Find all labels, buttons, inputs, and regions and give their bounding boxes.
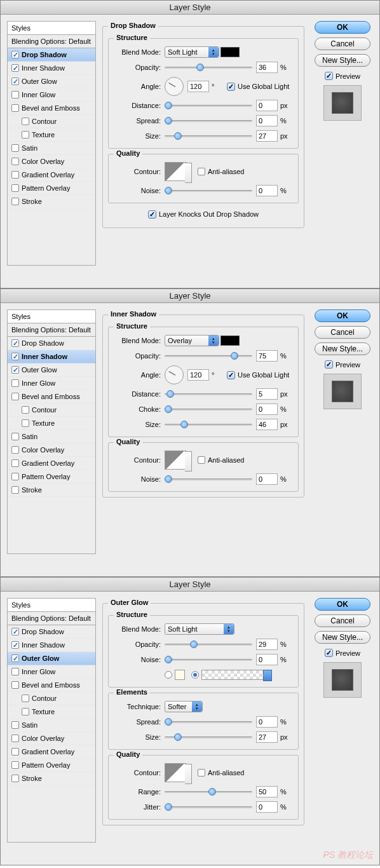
style-item-inner-shadow[interactable]: Inner Shadow [8,62,95,75]
style-item-bevel-and-emboss[interactable]: Bevel and Emboss [8,679,95,692]
style-item-stroke[interactable]: Stroke [8,195,95,208]
style-checkbox[interactable] [11,641,19,649]
style-item-texture[interactable]: Texture [8,128,95,142]
angle-dial[interactable] [165,365,184,384]
style-item-contour[interactable]: Contour [8,692,95,705]
global-light-checkbox[interactable] [227,83,235,91]
value-input[interactable]: 0 [256,185,278,196]
select-dropdown[interactable]: Overlay [165,335,219,346]
blending-options[interactable]: Blending Options: Default [7,612,96,625]
style-checkbox[interactable] [11,171,19,179]
style-item-color-overlay[interactable]: Color Overlay [8,155,95,168]
style-checkbox[interactable] [11,681,19,689]
slider[interactable] [165,419,252,430]
style-checkbox[interactable] [11,91,19,98]
slider[interactable] [165,100,252,111]
slider[interactable] [165,62,252,72]
style-item-inner-shadow[interactable]: Inner Shadow [8,350,95,363]
style-checkbox[interactable] [22,118,29,125]
knocks-out-checkbox[interactable] [148,210,156,219]
style-item-pattern-overlay[interactable]: Pattern Overlay [8,759,95,772]
style-item-outer-glow[interactable]: Outer Glow [8,652,95,665]
blending-options[interactable]: Blending Options: Default [7,323,96,337]
anti-aliased-checkbox[interactable] [198,769,205,776]
style-checkbox[interactable] [11,654,19,662]
style-checkbox[interactable] [11,761,19,769]
style-checkbox[interactable] [22,419,29,427]
style-item-stroke[interactable]: Stroke [8,772,95,785]
slider[interactable] [165,732,252,742]
style-item-satin[interactable]: Satin [8,142,95,155]
style-checkbox[interactable] [11,775,19,782]
value-input[interactable]: 0 [256,115,278,126]
ok-button[interactable]: OK [315,309,370,322]
style-checkbox[interactable] [11,393,19,400]
contour-picker[interactable] [165,763,186,782]
value-input[interactable]: 0 [256,473,278,485]
style-item-outer-glow[interactable]: Outer Glow [8,363,95,377]
style-checkbox[interactable] [11,144,19,152]
anti-aliased-checkbox[interactable] [198,456,205,464]
slider[interactable] [165,131,252,141]
color-swatch[interactable] [221,47,240,57]
style-checkbox[interactable] [11,748,19,756]
style-item-contour[interactable]: Contour [8,115,95,128]
slider[interactable] [165,389,252,399]
style-item-inner-glow[interactable]: Inner Glow [8,665,95,679]
style-item-pattern-overlay[interactable]: Pattern Overlay [8,182,95,195]
preview-toggle[interactable]: Preview [325,360,360,369]
value-input[interactable]: 75 [256,350,278,362]
style-checkbox[interactable] [22,406,29,414]
style-item-stroke[interactable]: Stroke [8,484,95,497]
style-checkbox[interactable] [11,339,19,347]
blending-options[interactable]: Blending Options: Default [7,35,96,48]
style-item-color-overlay[interactable]: Color Overlay [8,732,95,745]
style-checkbox[interactable] [11,459,19,467]
angle-dial[interactable] [165,77,184,96]
cancel-button[interactable]: Cancel [315,37,370,50]
style-checkbox[interactable] [11,158,19,165]
new-style-button[interactable]: New Style... [315,342,370,355]
style-item-satin[interactable]: Satin [8,719,95,732]
slider[interactable] [165,116,252,126]
style-checkbox[interactable] [11,51,19,58]
style-item-bevel-and-emboss[interactable]: Bevel and Emboss [8,390,95,403]
cancel-button[interactable]: Cancel [315,326,370,339]
slider[interactable] [165,787,252,797]
value-input[interactable]: 5 [256,388,278,400]
preview-toggle[interactable]: Preview [325,72,360,80]
style-checkbox[interactable] [11,735,19,742]
style-checkbox[interactable] [11,486,19,494]
value-input[interactable]: 50 [256,786,278,797]
preview-checkbox[interactable] [325,649,333,657]
select-dropdown[interactable]: Softer [165,701,203,712]
style-item-color-overlay[interactable]: Color Overlay [8,444,95,457]
style-checkbox[interactable] [11,628,19,635]
new-style-button[interactable]: New Style... [315,54,370,67]
new-style-button[interactable]: New Style... [315,631,370,644]
style-checkbox[interactable] [11,64,19,72]
slider[interactable] [165,717,252,727]
slider[interactable] [165,639,252,649]
style-checkbox[interactable] [11,78,19,85]
ok-button[interactable]: OK [315,21,370,34]
value-input[interactable]: 46 [256,419,278,430]
style-checkbox[interactable] [11,721,19,729]
style-checkbox[interactable] [22,708,29,715]
style-checkbox[interactable] [11,379,19,387]
slider[interactable] [165,404,252,414]
style-checkbox[interactable] [11,446,19,454]
slider[interactable] [165,474,252,484]
style-checkbox[interactable] [11,473,19,480]
value-input[interactable]: 0 [256,654,278,665]
style-item-drop-shadow[interactable]: Drop Shadow [8,625,95,639]
style-checkbox[interactable] [22,695,29,702]
style-item-outer-glow[interactable]: Outer Glow [8,75,95,88]
style-checkbox[interactable] [11,433,19,440]
global-light-checkbox[interactable] [227,371,235,379]
value-input[interactable]: 0 [256,801,278,813]
value-input[interactable]: 0 [256,403,278,415]
style-checkbox[interactable] [11,353,19,360]
angle-input[interactable]: 120 [187,369,209,381]
style-item-satin[interactable]: Satin [8,430,95,444]
